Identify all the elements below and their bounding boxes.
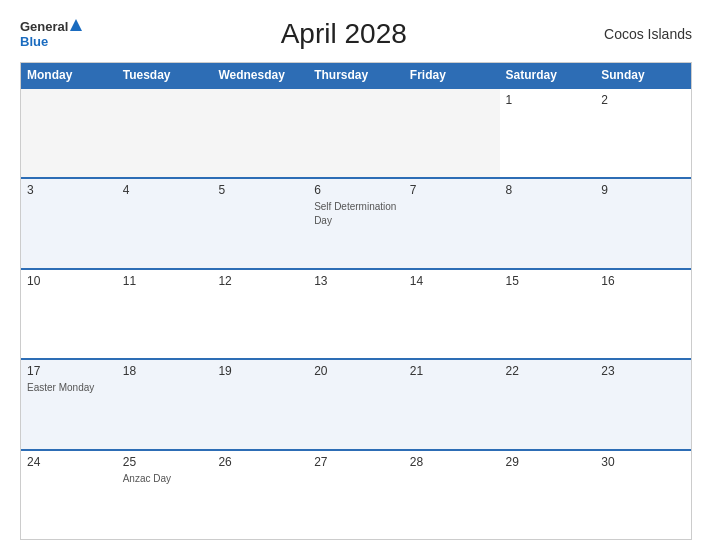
calendar-cell: 3 [21,179,117,267]
calendar-cell [212,89,308,177]
date-number: 11 [123,274,207,288]
calendar-cell: 29 [500,451,596,539]
calendar-cell: 25Anzac Day [117,451,213,539]
calendar-day-header: Friday [404,63,500,87]
calendar-cell: 17Easter Monday [21,360,117,448]
calendar-cell: 1 [500,89,596,177]
calendar-cell: 4 [117,179,213,267]
logo-triangle-icon [69,18,83,32]
calendar-day-header: Wednesday [212,63,308,87]
date-number: 26 [218,455,302,469]
calendar-cell: 9 [595,179,691,267]
calendar-body: 123456Self Determination Day789101112131… [21,87,691,539]
calendar-header: MondayTuesdayWednesdayThursdayFridaySatu… [21,63,691,87]
calendar-cell [117,89,213,177]
calendar-cell: 15 [500,270,596,358]
calendar-cell [21,89,117,177]
date-number: 12 [218,274,302,288]
date-number: 15 [506,274,590,288]
calendar-title: April 2028 [281,18,407,50]
calendar-day-header: Thursday [308,63,404,87]
calendar-week-row: 10111213141516 [21,268,691,358]
region-label: Cocos Islands [604,26,692,42]
calendar-cell: 20 [308,360,404,448]
date-number: 2 [601,93,685,107]
calendar-cell [404,89,500,177]
calendar-cell: 23 [595,360,691,448]
calendar-cell: 7 [404,179,500,267]
date-number: 24 [27,455,111,469]
calendar-day-header: Sunday [595,63,691,87]
date-number: 25 [123,455,207,469]
calendar-cell [308,89,404,177]
date-number: 5 [218,183,302,197]
calendar-cell: 2 [595,89,691,177]
logo-blue-text: Blue [20,34,48,49]
calendar-cell: 16 [595,270,691,358]
calendar-cell: 26 [212,451,308,539]
calendar-cell: 21 [404,360,500,448]
calendar-week-row: 3456Self Determination Day789 [21,177,691,267]
date-number: 4 [123,183,207,197]
calendar: MondayTuesdayWednesdayThursdayFridaySatu… [20,62,692,540]
calendar-cell: 14 [404,270,500,358]
calendar-cell: 10 [21,270,117,358]
date-number: 20 [314,364,398,378]
calendar-day-header: Monday [21,63,117,87]
date-number: 22 [506,364,590,378]
calendar-cell: 13 [308,270,404,358]
calendar-week-row: 2425Anzac Day2627282930 [21,449,691,539]
date-number: 21 [410,364,494,378]
calendar-cell: 28 [404,451,500,539]
date-number: 29 [506,455,590,469]
date-number: 28 [410,455,494,469]
date-number: 3 [27,183,111,197]
date-number: 27 [314,455,398,469]
calendar-cell: 8 [500,179,596,267]
date-number: 30 [601,455,685,469]
calendar-cell: 24 [21,451,117,539]
svg-marker-0 [70,19,82,31]
date-number: 17 [27,364,111,378]
date-number: 8 [506,183,590,197]
calendar-cell: 11 [117,270,213,358]
header: General Blue April 2028 Cocos Islands [20,18,692,50]
date-number: 6 [314,183,398,197]
date-number: 9 [601,183,685,197]
date-number: 14 [410,274,494,288]
logo-general-text: General [20,20,68,33]
date-number: 19 [218,364,302,378]
calendar-day-header: Tuesday [117,63,213,87]
date-number: 1 [506,93,590,107]
calendar-day-header: Saturday [500,63,596,87]
date-number: 16 [601,274,685,288]
calendar-week-row: 12 [21,87,691,177]
calendar-cell: 5 [212,179,308,267]
date-number: 18 [123,364,207,378]
calendar-week-row: 17Easter Monday181920212223 [21,358,691,448]
calendar-cell: 30 [595,451,691,539]
calendar-event: Self Determination Day [314,201,396,226]
calendar-cell: 22 [500,360,596,448]
calendar-cell: 19 [212,360,308,448]
date-number: 7 [410,183,494,197]
date-number: 13 [314,274,398,288]
date-number: 10 [27,274,111,288]
calendar-cell: 27 [308,451,404,539]
logo: General Blue [20,20,83,49]
calendar-cell: 12 [212,270,308,358]
calendar-event: Easter Monday [27,382,94,393]
calendar-event: Anzac Day [123,473,171,484]
page: General Blue April 2028 Cocos Islands Mo… [0,0,712,550]
calendar-cell: 18 [117,360,213,448]
calendar-cell: 6Self Determination Day [308,179,404,267]
date-number: 23 [601,364,685,378]
